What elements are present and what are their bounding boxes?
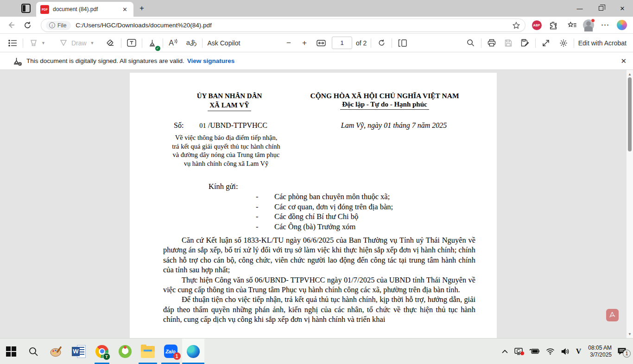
start-button[interactable] xyxy=(0,339,22,364)
address-bar[interactable]: i File C:/Users/HGC/Downloads/document%2… xyxy=(41,19,525,32)
print-button[interactable] xyxy=(486,37,498,50)
clock-time: 08:05 AM xyxy=(588,345,612,351)
page-view-icon xyxy=(398,39,407,47)
scroll-down-icon[interactable]: ▼ xyxy=(627,331,633,337)
separator xyxy=(121,38,121,48)
save-as-icon xyxy=(521,39,529,47)
highlighter-icon xyxy=(30,39,38,47)
open-in-acrobat-button[interactable] xyxy=(606,309,619,321)
recipient-text: Các đồng chí Bí thư Chi bộ xyxy=(274,212,358,222)
search-icon xyxy=(467,39,475,47)
browser-navbar: i File C:/Users/HGC/Downloads/document%2… xyxy=(0,17,633,34)
tray-display-button[interactable] xyxy=(514,348,523,355)
zoom-out-button[interactable]: − xyxy=(283,37,295,50)
draw-dropdown-chevron-icon[interactable]: ▼ xyxy=(90,41,95,45)
browser-menu-button[interactable]: ⋯ xyxy=(600,19,611,31)
dash: - xyxy=(256,192,274,202)
url-text[interactable]: C:/Users/HGC/Downloads/document%20(84).p… xyxy=(76,22,512,29)
acrobat-icon xyxy=(609,312,616,319)
taskbar-explorer-button[interactable] xyxy=(137,339,159,364)
pdf-file-icon: PDF xyxy=(40,5,49,14)
profile-button[interactable] xyxy=(583,19,594,31)
scrollbar-thumb[interactable] xyxy=(628,77,632,151)
taskbar-zalo-button[interactable]: Zalo 1 xyxy=(159,339,182,364)
back-button[interactable] xyxy=(6,19,17,31)
paragraph: Thực hiện Công văn số 06/UBND- TTPVHCC n… xyxy=(163,275,475,295)
tab-actions-icon[interactable] xyxy=(21,4,31,13)
page-number-input[interactable] xyxy=(332,37,352,49)
recipient-item: -Các phòng ban chuyên môn thuộc xã; xyxy=(256,192,393,202)
number-value: 01 xyxy=(199,122,206,129)
back-icon xyxy=(7,21,15,29)
puzzle-icon xyxy=(549,21,557,30)
minimize-button[interactable]: — xyxy=(569,0,590,17)
recipient-item: -Các Ông (bà) Trưởng xóm xyxy=(256,222,393,232)
taskbar-clock[interactable]: 08:05 AM 3/7/2025 xyxy=(588,345,612,358)
tray-ultraviewer-button[interactable]: V xyxy=(576,347,582,356)
print-icon xyxy=(487,39,496,47)
draw-label[interactable]: Draw xyxy=(71,39,87,47)
tray-expand-button[interactable] xyxy=(502,350,508,353)
copilot-icon xyxy=(617,20,627,30)
edit-with-acrobat-button[interactable]: Edit with Acrobat xyxy=(578,39,627,47)
read-aloud-button[interactable]: A xyxy=(167,37,179,50)
search-document-button[interactable] xyxy=(465,37,477,50)
close-button[interactable]: ✕ xyxy=(612,0,633,17)
table-of-contents-button[interactable] xyxy=(6,37,19,50)
refresh-button[interactable] xyxy=(22,19,33,31)
taskbar-coccoc-button[interactable] xyxy=(114,339,136,364)
signature-button[interactable]: ✓ xyxy=(146,37,158,50)
browser-tab[interactable]: PDF document (84).pdf ✕ xyxy=(36,2,133,17)
highlight-button[interactable] xyxy=(27,37,39,50)
taskbar-edge-button[interactable] xyxy=(182,339,204,364)
view-signatures-link[interactable]: View signatures xyxy=(187,57,235,64)
favorites-bar-button[interactable] xyxy=(567,19,578,31)
scroll-up-icon[interactable]: ▲ xyxy=(627,71,633,77)
save-icon xyxy=(505,39,512,47)
chevron-up-icon xyxy=(502,350,508,353)
tray-volume-button[interactable] xyxy=(561,348,570,355)
banner-signature-icon-wrap: ✓ xyxy=(13,57,20,65)
erase-button[interactable] xyxy=(105,37,117,50)
adblock-extension-button[interactable]: ABP xyxy=(531,19,542,31)
pdf-settings-button[interactable] xyxy=(557,37,570,50)
subject-line: vụ hành chính công xã Lam Vỹ xyxy=(152,159,300,168)
pdf-toolbar: ▼ Draw ▼ ✓ A aあ Ask Copilot − + xyxy=(0,34,633,52)
action-center-button[interactable]: 1 xyxy=(617,347,627,355)
fit-to-width-button[interactable] xyxy=(315,37,327,50)
translate-button[interactable]: aあ xyxy=(186,37,198,50)
restore-button[interactable] xyxy=(590,0,612,17)
copilot-button[interactable] xyxy=(616,19,627,31)
edge-icon xyxy=(187,345,200,358)
save-button[interactable] xyxy=(502,37,514,50)
rotate-button[interactable] xyxy=(375,37,387,50)
new-tab-button[interactable]: + xyxy=(136,3,147,14)
ask-copilot-button[interactable]: Ask Copilot xyxy=(208,39,241,47)
tray-wifi-button[interactable] xyxy=(546,348,555,355)
zoom-in-button[interactable]: + xyxy=(298,37,310,50)
taskbar-word-button[interactable]: W xyxy=(68,339,90,364)
issuing-org-block: ỦY BAN NHÂN DÂN XÃ LAM VỸ xyxy=(176,91,283,111)
search-icon xyxy=(28,346,38,357)
signature-valid-check-icon: ✓ xyxy=(155,46,160,51)
taskbar-chrome-button[interactable]: T xyxy=(91,339,113,364)
save-as-button[interactable] xyxy=(519,37,531,50)
draw-button[interactable] xyxy=(57,37,70,50)
favorite-star-icon[interactable] xyxy=(512,21,520,30)
fullscreen-button[interactable] xyxy=(540,37,552,50)
word-icon: W xyxy=(72,345,86,358)
tab-close-icon[interactable]: ✕ xyxy=(120,5,129,14)
taskbar-paint-button[interactable] xyxy=(45,339,67,364)
national-line1: CỘNG HÒA XÃ HỘI CHỦ NGHĨA VIỆT NAM xyxy=(291,91,478,100)
add-text-button[interactable] xyxy=(126,37,138,50)
paragraph: Để thuận tiện cho việc tiếp nhận, trả kế… xyxy=(163,295,475,324)
taskbar-search-button[interactable] xyxy=(22,339,44,364)
tray-battery-button[interactable] xyxy=(529,348,539,354)
vertical-scrollbar[interactable]: ▲ ▼ xyxy=(627,70,633,338)
site-info-badge[interactable]: i File xyxy=(46,21,71,30)
highlight-dropdown-chevron-icon[interactable]: ▼ xyxy=(41,41,45,45)
extensions-button[interactable] xyxy=(547,19,558,31)
expand-icon xyxy=(542,39,550,47)
banner-close-icon[interactable]: ✕ xyxy=(620,57,627,65)
page-view-button[interactable] xyxy=(396,37,408,50)
